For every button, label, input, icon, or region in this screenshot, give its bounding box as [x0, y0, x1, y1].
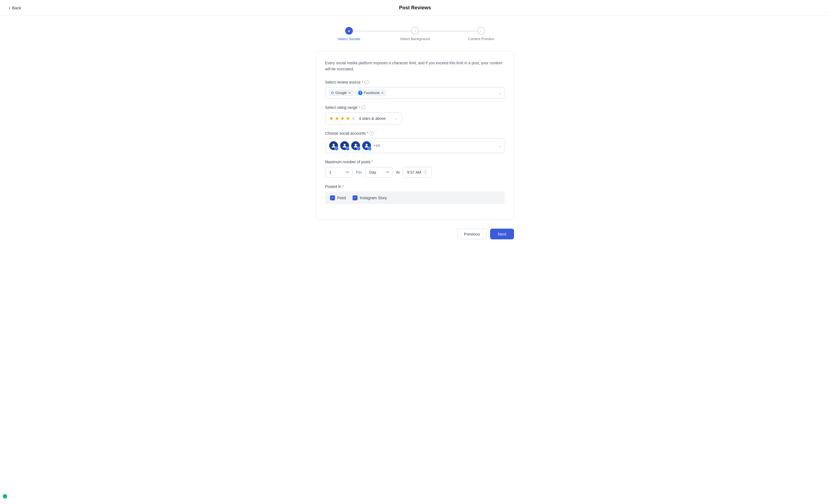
max-posts-label: Maximum number of posts *	[325, 160, 505, 164]
max-posts-value-select[interactable]: 1 2 3 5 10	[325, 167, 353, 177]
svg-point-1	[344, 144, 346, 146]
avatar-4: f	[362, 141, 372, 150]
extra-count: +14	[374, 143, 380, 147]
social-dropdown-arrow: ⌄	[498, 143, 501, 148]
instagram-story-checkbox[interactable]: ✓	[353, 195, 357, 200]
star-4: ★	[346, 115, 350, 122]
rating-required-star: *	[359, 105, 360, 110]
star-2: ★	[335, 115, 339, 122]
posted-in-required-star: *	[342, 184, 344, 189]
required-star: *	[362, 80, 363, 85]
star-1: ★	[329, 115, 333, 122]
avatar-1-badge: f	[335, 147, 339, 150]
max-posts-required-star: *	[372, 160, 373, 164]
posted-in-label: Posted In *	[325, 184, 505, 189]
avatar-3: f	[351, 141, 360, 150]
review-source-label: Select review source * i	[325, 80, 505, 85]
page-title: Post Reviews	[399, 5, 431, 11]
facebook-label: Facebook	[364, 91, 380, 95]
review-source-dropdown-arrow: ⌄	[498, 91, 501, 95]
google-label: Google	[335, 91, 347, 95]
feed-label: Feed	[337, 196, 346, 200]
facebook-remove-icon[interactable]: ✕	[381, 91, 384, 95]
social-info-icon[interactable]: i	[369, 131, 374, 135]
step-2-label: Select Background	[400, 37, 430, 41]
per-label: Per	[356, 170, 362, 174]
max-posts-group: Maximum number of posts * 1 2 3 5 10 Per…	[325, 160, 505, 178]
social-accounts-group: Choose social accounts * i f f	[325, 131, 505, 153]
instagram-story-label: Instagram Story	[360, 196, 387, 200]
google-tag: G Google ✕	[329, 90, 353, 96]
info-text: Every social media platform imposes a ch…	[325, 60, 505, 72]
time-value: 9:57 AM	[407, 170, 421, 174]
facebook-logo: f	[358, 91, 362, 95]
social-accounts-label: Choose social accounts * i	[325, 131, 505, 135]
svg-point-0	[333, 144, 335, 146]
review-source-select[interactable]: G Google ✕ f Facebook ✕ ⌄	[325, 87, 505, 99]
posted-in-group: Posted In * ✓ Feed ✓ Instagram Story	[325, 184, 505, 204]
period-select[interactable]: Day Week Month	[365, 167, 393, 177]
svg-point-2	[355, 144, 357, 146]
step-2-circle: ○	[411, 27, 419, 35]
social-required-star: *	[367, 131, 368, 135]
step-content-preview[interactable]: ○ Content Preview	[448, 27, 514, 41]
stepper: ● Select Socials ○ Select Background ○ C…	[316, 27, 514, 41]
step-select-socials[interactable]: ● Select Socials	[316, 27, 382, 41]
star-5: ★	[351, 115, 356, 122]
posted-in-box: ✓ Feed ✓ Instagram Story	[325, 192, 505, 204]
at-label: At	[396, 170, 400, 174]
review-source-group: Select review source * i G Google ✕ f Fa…	[325, 80, 505, 99]
footer-buttons: Previous Next	[316, 229, 514, 239]
clock-icon: ⏲	[423, 170, 428, 175]
stars-row: ★ ★ ★ ★ ★ 4 stars & above	[329, 115, 386, 122]
step-3-label: Content Preview	[468, 37, 494, 41]
rating-range-group: Select rating range * i ★ ★ ★ ★ ★ 4 star…	[325, 105, 505, 125]
rating-info-icon[interactable]: i	[361, 105, 365, 110]
social-accounts-select[interactable]: f f f f	[325, 138, 505, 153]
previous-button[interactable]: Previous	[457, 229, 487, 239]
avatar-2-badge: f	[346, 147, 350, 150]
status-indicator	[3, 494, 7, 499]
avatar-1: f	[329, 141, 339, 150]
google-remove-icon[interactable]: ✕	[348, 91, 351, 95]
rating-text: 4 stars & above	[359, 116, 386, 121]
form-card: Every social media platform imposes a ch…	[316, 51, 514, 220]
step-1-circle: ●	[345, 27, 353, 35]
avatar-group: f f f f	[329, 141, 380, 150]
rating-range-select[interactable]: ★ ★ ★ ★ ★ 4 stars & above ⌄	[325, 112, 402, 125]
back-arrow-icon: ‹	[9, 5, 10, 11]
time-input[interactable]: 9:57 AM ⏲	[403, 167, 432, 178]
facebook-tag: f Facebook ✕	[356, 90, 386, 96]
star-3: ★	[340, 115, 345, 122]
feed-checkbox-item[interactable]: ✓ Feed	[330, 195, 346, 200]
google-logo: G	[331, 91, 334, 95]
step-select-background[interactable]: ○ Select Background	[382, 27, 448, 41]
avatar-2: f	[340, 141, 350, 150]
avatar-4-badge: f	[368, 147, 372, 150]
back-button[interactable]: ‹ Back	[9, 5, 21, 11]
rating-range-label: Select rating range * i	[325, 105, 505, 110]
step-1-label: Select Socials	[338, 37, 360, 41]
back-label: Back	[12, 5, 21, 10]
avatar-3-badge: f	[357, 147, 360, 150]
instagram-story-checkbox-item[interactable]: ✓ Instagram Story	[353, 195, 387, 200]
step-3-circle: ○	[477, 27, 485, 35]
next-button[interactable]: Next	[490, 229, 514, 239]
main-content: ● Select Socials ○ Select Background ○ C…	[311, 16, 519, 261]
svg-point-3	[366, 144, 368, 146]
rating-dropdown-arrow: ⌄	[395, 116, 398, 121]
review-source-info-icon[interactable]: i	[364, 80, 369, 85]
feed-checkbox[interactable]: ✓	[330, 195, 335, 200]
page-header: ‹ Back Post Reviews	[0, 0, 830, 16]
max-posts-row: 1 2 3 5 10 Per Day Week Month At 9:57 AM…	[325, 167, 505, 178]
selected-tags: G Google ✕ f Facebook ✕	[329, 90, 386, 96]
